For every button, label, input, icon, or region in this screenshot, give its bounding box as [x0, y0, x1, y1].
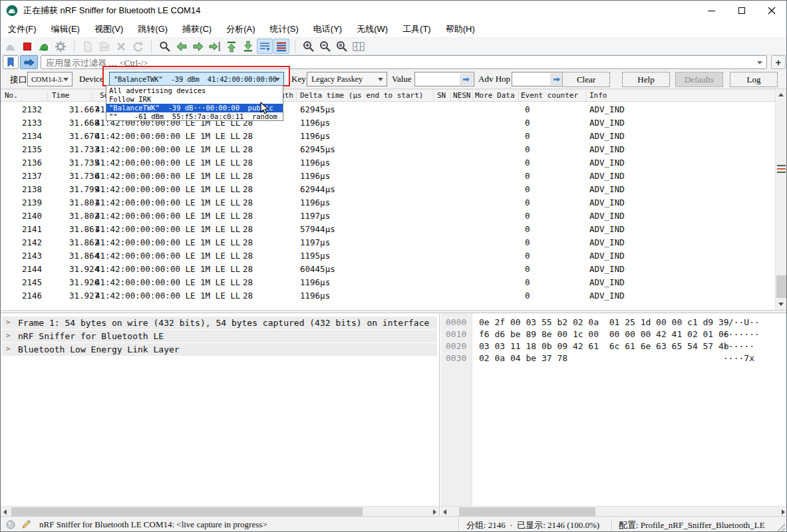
scrollbar-thumb[interactable] — [11, 507, 363, 516]
dropdown-item-4[interactable]: "" -61 dBm 55:f5:7a:0a:c0:11 random — [106, 112, 283, 121]
column-header-more[interactable]: More Data — [475, 91, 515, 100]
column-header-no[interactable]: No. — [5, 91, 18, 100]
scroll-right-icon[interactable] — [433, 509, 436, 515]
dropdown-item-3[interactable]: "BalanceTWK" -39 dB···00:00:00 public — [106, 104, 283, 112]
go-forward-button[interactable] — [190, 39, 206, 54]
scrollbar-thumb[interactable] — [459, 507, 595, 516]
column-header-nesn[interactable]: NESN — [453, 91, 471, 100]
close-file-button[interactable] — [113, 39, 129, 54]
capture-options-button[interactable] — [53, 39, 69, 54]
value-input[interactable] — [414, 72, 474, 86]
details-horizontal-scrollbar[interactable] — [1, 506, 439, 516]
stop-capture-button[interactable] — [19, 39, 35, 54]
packet-row[interactable]: 213831.79941:42:00:00:00:00 LE 1M LE LL2… — [1, 182, 776, 196]
auto-scroll-button[interactable] — [257, 39, 273, 54]
scroll-up-icon[interactable] — [778, 93, 784, 96]
restart-capture-button[interactable] — [36, 39, 52, 54]
packet-row[interactable]: 214431.92441:42:00:00:00:00 LE 1M LE LL2… — [1, 262, 776, 275]
scroll-left-icon[interactable] — [3, 509, 7, 515]
start-capture-button[interactable] — [3, 39, 19, 54]
menu-item-7[interactable]: 统计(S) — [262, 21, 305, 38]
menu-item-1[interactable]: 文件(F) — [1, 21, 44, 38]
reload-button[interactable] — [130, 39, 146, 54]
column-header-sn[interactable]: SN — [437, 91, 446, 100]
packet-row[interactable]: 214631.92741:42:00:00:00:00 LE 1M LE LL2… — [1, 289, 776, 302]
key-combobox[interactable]: Legacy Passkey — [307, 72, 387, 86]
adv-hop-apply-button[interactable] — [550, 73, 563, 85]
save-file-button[interactable]: 010 — [96, 39, 112, 54]
scroll-left-icon[interactable] — [443, 509, 446, 515]
packet-row[interactable]: 214531.92641:42:00:00:00:00 LE 1M LE LL2… — [1, 275, 776, 289]
column-header-info[interactable]: Info — [589, 91, 607, 100]
packet-row[interactable]: 214131.86141:42:00:00:00:00 LE 1M LE LL2… — [1, 222, 776, 235]
menu-item-8[interactable]: 电话(Y) — [306, 21, 349, 38]
zoom-reset-button[interactable] — [334, 39, 350, 54]
dropdown-item-1[interactable]: All advertising devices — [106, 86, 283, 95]
zoom-out-button[interactable] — [317, 39, 333, 54]
profile-text[interactable]: 配置: Profile_nRF_Sniffer_Bluetooth_LE — [619, 519, 765, 531]
filter-bookmark-button[interactable] — [3, 55, 19, 69]
packet-row[interactable]: 213631.73541:42:00:00:00:00 LE 1M LE LL2… — [1, 156, 776, 169]
go-last-button[interactable] — [240, 39, 256, 54]
packet-list-vertical-scrollbar[interactable] — [775, 89, 786, 310]
adv-hop-input[interactable]: 37, 38, 39 — [512, 72, 565, 86]
defaults-button[interactable]: Defaults — [675, 72, 723, 87]
menu-item-11[interactable]: 帮助(H) — [438, 21, 482, 38]
menu-item-4[interactable]: 跳转(G) — [130, 21, 175, 38]
column-header-time[interactable]: Time — [52, 91, 70, 100]
zoom-in-button[interactable] — [301, 39, 317, 54]
detail-line[interactable]: >nRF Sniffer for Bluetooth LE — [2, 330, 437, 342]
detail-line[interactable]: >Frame 1: 54 bytes on wire (432 bits), 5… — [2, 317, 437, 329]
hex-bytes[interactable]: 02 0a 04 be 37 78 — [479, 353, 567, 363]
hex-ascii[interactable]: ······· — [723, 329, 760, 339]
hex-ascii[interactable]: ····7x — [723, 353, 754, 363]
interface-combobox[interactable]: COM14-3. — [27, 72, 73, 86]
packet-row[interactable]: 214331.86441:42:00:00:00:00 LE 1M LE LL2… — [1, 249, 776, 262]
expand-chevron-icon[interactable]: > — [6, 331, 11, 340]
column-header-delta[interactable]: Delta time (µs end to start) — [300, 91, 423, 100]
hex-bytes[interactable]: 03 03 11 18 0b 09 42 61 6c 61 6e 63 65 5… — [479, 341, 729, 351]
scroll-right-icon[interactable] — [782, 509, 785, 515]
scrollbar-thumb[interactable] — [776, 275, 786, 298]
packet-row[interactable]: 213731.73641:42:00:00:00:00 LE 1M LE LL2… — [1, 169, 776, 182]
bytes-horizontal-scrollbar[interactable] — [440, 506, 787, 516]
packet-row[interactable]: 214031.80241:42:00:00:00:00 LE 1M LE LL2… — [1, 209, 776, 222]
menu-item-2[interactable]: 编辑(E) — [44, 21, 87, 38]
open-file-button[interactable] — [80, 39, 96, 54]
go-back-button[interactable] — [174, 39, 190, 54]
hex-ascii[interactable]: ······ — [723, 341, 754, 351]
add-filter-button[interactable]: + — [771, 55, 786, 69]
go-to-packet-button[interactable] — [207, 39, 223, 54]
menu-item-5[interactable]: 捕获(C) — [175, 21, 219, 38]
packet-row[interactable]: 214231.86241:42:00:00:00:00 LE 1M LE LL2… — [1, 235, 776, 249]
clear-button[interactable]: Clear — [562, 72, 610, 87]
expand-chevron-icon[interactable]: > — [6, 318, 11, 327]
minimize-button[interactable] — [697, 1, 726, 21]
display-filter-input[interactable]: 应用显示过滤器 … <Ctrl-/> — [41, 55, 767, 69]
close-button[interactable] — [756, 1, 786, 21]
resize-grip[interactable] — [777, 523, 785, 531]
packet-row[interactable]: 213531.73341:42:00:00:00:00 LE 1M LE LL2… — [1, 142, 776, 156]
filter-apply-button[interactable] — [20, 55, 38, 69]
hex-ascii[interactable]: ·/··U·· — [723, 317, 760, 327]
hex-bytes[interactable]: f6 d6 be 89 8e 00 1c 00 00 00 00 42 41 0… — [479, 329, 729, 339]
menu-item-6[interactable]: 分析(A) — [219, 21, 262, 38]
detail-line[interactable]: >Bluetooth Low Energy Link Layer — [2, 343, 437, 356]
expert-info-icon[interactable] — [6, 520, 15, 532]
help-button[interactable]: Help — [622, 72, 670, 87]
column-header-event[interactable]: Event counter — [521, 91, 578, 100]
value-apply-button[interactable] — [460, 73, 473, 85]
maximize-button[interactable] — [726, 1, 756, 21]
menu-item-10[interactable]: 工具(T) — [395, 21, 438, 38]
menu-item-9[interactable]: 无线(W) — [349, 21, 395, 38]
go-first-button[interactable] — [224, 39, 239, 54]
device-combobox[interactable]: "BalanceTWK" -39 dBm 41:42:00:00:00:00 — [109, 72, 284, 86]
expand-chevron-icon[interactable]: > — [6, 344, 11, 353]
resize-columns-button[interactable] — [351, 39, 367, 54]
packet-row[interactable]: 213431.67041:42:00:00:00:00 LE 1M LE LL2… — [1, 129, 776, 142]
scroll-down-icon[interactable] — [778, 303, 784, 306]
capture-comment-icon[interactable] — [21, 519, 31, 532]
hex-bytes[interactable]: 0e 2f 00 03 55 b2 02 0a 01 25 1d 00 00 c… — [479, 317, 729, 327]
menu-item-3[interactable]: 视图(V) — [87, 21, 130, 38]
filter-dropdown-icon[interactable] — [757, 61, 762, 65]
